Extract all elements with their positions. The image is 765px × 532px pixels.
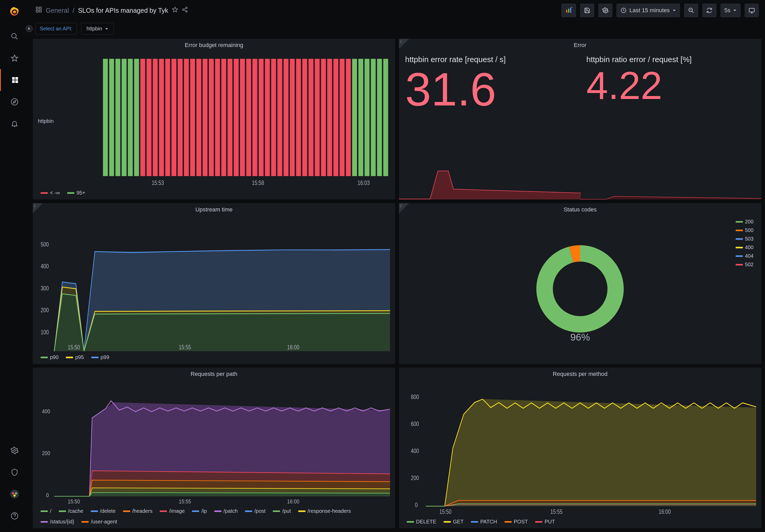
apps-icon[interactable] xyxy=(35,6,42,15)
explore-icon[interactable] xyxy=(8,96,21,108)
add-panel-button[interactable]: + xyxy=(561,4,576,17)
legend-item[interactable]: /delete xyxy=(91,508,116,514)
legend-item[interactable]: 404 xyxy=(736,253,754,259)
save-button[interactable] xyxy=(580,4,594,17)
legend-item[interactable]: /user-agent xyxy=(81,519,117,525)
settings-button[interactable] xyxy=(598,4,612,17)
legend-item[interactable]: /put xyxy=(273,508,291,514)
svg-point-6 xyxy=(14,449,16,451)
legend-item[interactable]: POST xyxy=(504,519,528,525)
sparkline xyxy=(399,163,581,199)
svg-rect-28 xyxy=(109,59,114,176)
legend-item[interactable]: /image xyxy=(160,508,185,514)
svg-point-18 xyxy=(186,11,187,12)
refresh-interval-picker[interactable]: 5s xyxy=(721,4,741,17)
variable-row: Select an API: httpbin xyxy=(29,21,765,39)
legend-item[interactable]: /ip xyxy=(192,508,207,514)
svg-rect-71 xyxy=(377,59,382,176)
svg-text:15:53: 15:53 xyxy=(152,179,164,186)
main-area: General / SLOs for APIs managed by Tyk +… xyxy=(29,0,765,532)
svg-text:600: 600 xyxy=(411,421,419,427)
svg-text:200: 200 xyxy=(42,450,50,456)
legend-item[interactable]: PATCH xyxy=(471,519,497,525)
breadcrumb-folder[interactable]: General xyxy=(46,7,69,14)
grafana-logo[interactable] xyxy=(7,5,22,19)
info-icon[interactable]: i xyxy=(399,203,409,213)
svg-point-23 xyxy=(604,10,606,11)
svg-text:200: 200 xyxy=(411,475,419,481)
legend-item[interactable]: /status/{id} xyxy=(41,519,74,525)
legend-item[interactable]: 502 xyxy=(736,262,754,268)
svg-text:16:03: 16:03 xyxy=(358,179,370,186)
svg-rect-12 xyxy=(36,7,38,9)
status-donut[interactable]: 96% 200 500 503 400 404 502 xyxy=(404,216,756,361)
legend-item[interactable]: /post xyxy=(245,508,266,514)
svg-rect-32 xyxy=(134,59,139,176)
info-icon[interactable]: i xyxy=(399,39,409,49)
svg-rect-61 xyxy=(315,59,320,176)
legend-item[interactable]: /cache xyxy=(59,508,84,514)
legend-item[interactable]: DELETE xyxy=(407,519,436,525)
legend-item[interactable]: 400 xyxy=(736,244,754,250)
avatar-icon[interactable] xyxy=(8,488,21,500)
timerange-picker[interactable]: Last 15 minutes xyxy=(616,4,680,17)
legend-item[interactable]: p95 xyxy=(66,354,84,360)
zoom-out-button[interactable] xyxy=(684,4,698,17)
svg-rect-68 xyxy=(358,59,363,176)
legend-item[interactable]: / xyxy=(41,508,52,514)
star-icon[interactable] xyxy=(8,52,21,65)
panel-requests-path: Requests per path 0200400 xyxy=(33,368,395,528)
refresh-button[interactable] xyxy=(702,4,716,17)
svg-text:+: + xyxy=(571,7,572,10)
favorite-star-icon[interactable] xyxy=(172,7,178,14)
legend-item[interactable]: 500 xyxy=(736,227,754,233)
svg-rect-45 xyxy=(215,59,220,176)
upstream-chart[interactable]: 100200300400500 15:5015:5516:00 xyxy=(38,216,390,351)
panel-requests-method: Requests per method 0200400600800 15:501… xyxy=(399,368,761,528)
legend-item[interactable]: /response-headers xyxy=(298,508,351,514)
legend-item[interactable]: 503 xyxy=(736,236,754,242)
svg-rect-63 xyxy=(327,59,332,176)
svg-rect-62 xyxy=(321,59,326,176)
svg-text:0: 0 xyxy=(46,492,49,498)
kiosk-button[interactable] xyxy=(745,4,759,17)
svg-rect-60 xyxy=(309,59,313,176)
legend: / /cache /delete /headers /image /ip /pa… xyxy=(38,505,390,526)
legend-item[interactable]: p99 xyxy=(91,354,109,360)
legend-item[interactable]: 95+ xyxy=(67,190,85,196)
variable-label: Select an API: xyxy=(35,23,77,35)
sidebar-toggle[interactable] xyxy=(25,25,33,32)
legend-item[interactable]: /patch xyxy=(214,508,238,514)
svg-rect-44 xyxy=(209,59,214,176)
svg-text:96%: 96% xyxy=(570,332,590,343)
svg-rect-55 xyxy=(278,59,283,176)
svg-rect-13 xyxy=(39,7,41,9)
share-icon[interactable] xyxy=(182,7,188,14)
variable-dropdown[interactable]: httpbin xyxy=(81,23,114,35)
requests-path-chart[interactable]: 0200400 15:5015:5516:00 xyxy=(38,381,390,505)
search-icon[interactable] xyxy=(8,30,21,43)
legend-item[interactable]: < -∞ xyxy=(41,190,60,196)
alerting-icon[interactable] xyxy=(8,118,21,130)
help-icon[interactable] xyxy=(8,510,21,522)
svg-text:500: 500 xyxy=(41,241,49,248)
legend-item[interactable]: 200 xyxy=(736,219,754,225)
legend-item[interactable]: p90 xyxy=(41,354,59,360)
error-budget-chart[interactable]: 15:5315:5816:03 xyxy=(38,52,390,187)
legend-item[interactable]: GET xyxy=(443,519,463,525)
legend-item[interactable]: /headers xyxy=(123,508,153,514)
svg-rect-48 xyxy=(234,59,239,176)
svg-text:15:50: 15:50 xyxy=(68,344,80,351)
configuration-icon[interactable] xyxy=(8,444,21,457)
dashboards-icon[interactable] xyxy=(9,74,21,86)
info-icon[interactable]: i xyxy=(33,203,43,213)
svg-text:400: 400 xyxy=(41,263,49,270)
panel-title: Upstream time xyxy=(33,203,395,216)
svg-rect-27 xyxy=(103,59,108,176)
requests-method-chart[interactable]: 0200400600800 15:5015:5516:00 xyxy=(404,381,756,516)
svg-text:16:00: 16:00 xyxy=(287,344,299,351)
svg-point-16 xyxy=(186,7,187,9)
legend-item[interactable]: PUT xyxy=(535,519,555,525)
admin-icon[interactable] xyxy=(8,466,21,478)
panel-title: Error xyxy=(399,39,761,52)
